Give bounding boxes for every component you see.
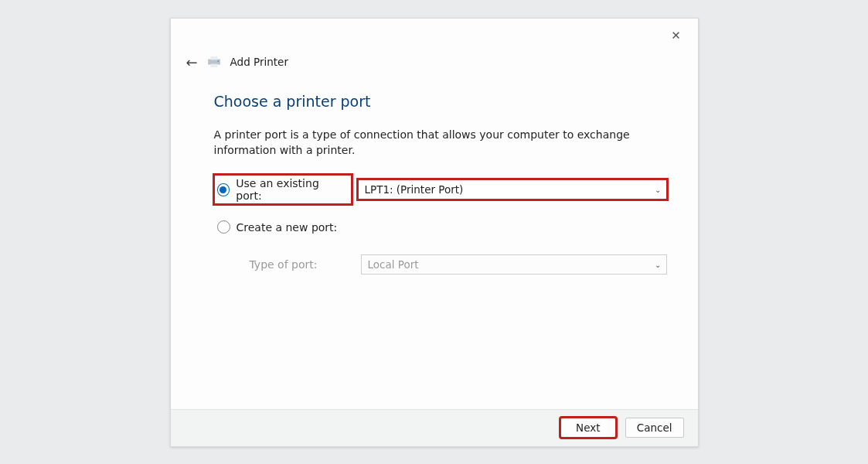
port-type-row: Type of port: Local Port ⌄ — [214, 254, 667, 275]
svg-rect-2 — [210, 64, 217, 67]
cancel-button-label: Cancel — [637, 421, 672, 434]
chevron-down-icon: ⌄ — [655, 261, 661, 269]
printer-icon — [206, 56, 223, 67]
option-existing-row: Use an existing port: LPT1: (Printer Por… — [214, 175, 667, 204]
radio-icon[interactable] — [217, 220, 230, 234]
dialog-title: Add Printer — [230, 56, 288, 68]
radio-create-port[interactable]: Create a new port: — [214, 218, 342, 236]
option-create-row: Create a new port: — [214, 218, 667, 236]
dialog-content: Choose a printer port A printer port is … — [214, 93, 667, 275]
back-arrow-icon[interactable]: ← — [186, 54, 198, 70]
page-heading: Choose a printer port — [214, 93, 667, 110]
add-printer-dialog: ✕ ← Add Printer Choose a printer port A … — [170, 18, 699, 447]
close-icon[interactable]: ✕ — [664, 25, 689, 46]
radio-create-label: Create a new port: — [237, 221, 338, 234]
port-type-label: Type of port: — [250, 258, 318, 271]
port-type-dropdown: Local Port ⌄ — [361, 254, 667, 275]
existing-port-dropdown[interactable]: LPT1: (Printer Port) ⌄ — [358, 179, 667, 200]
port-type-value: Local Port — [368, 258, 419, 271]
page-description: A printer port is a type of connection t… — [214, 127, 655, 159]
cancel-button[interactable]: Cancel — [625, 418, 684, 438]
svg-rect-1 — [210, 56, 217, 60]
chevron-down-icon: ⌄ — [655, 186, 661, 194]
dialog-header: ← Add Printer — [186, 54, 288, 70]
radio-icon[interactable] — [217, 183, 230, 196]
dialog-footer: Next Cancel — [171, 409, 698, 446]
existing-port-value: LPT1: (Printer Port) — [365, 183, 464, 196]
radio-existing-label: Use an existing port: — [236, 177, 346, 202]
next-button-label: Next — [576, 421, 600, 434]
svg-point-3 — [217, 60, 219, 62]
svg-rect-0 — [208, 60, 220, 65]
next-button[interactable]: Next — [560, 418, 616, 438]
radio-existing-port[interactable]: Use an existing port: — [214, 175, 352, 204]
